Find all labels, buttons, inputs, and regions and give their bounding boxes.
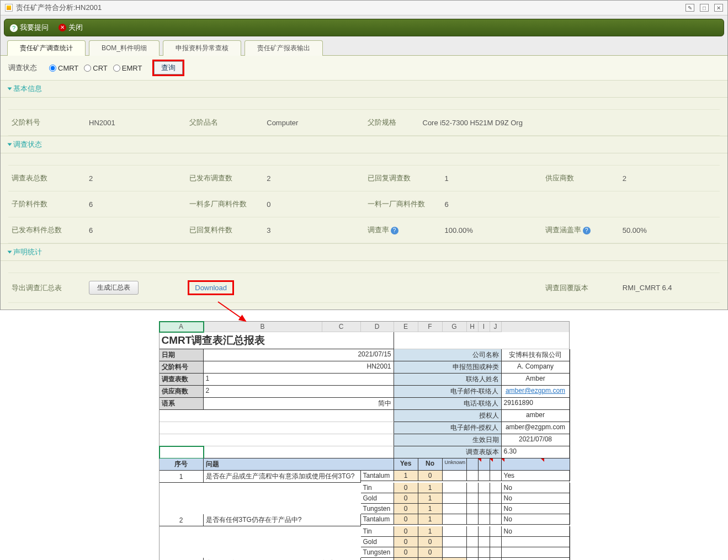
app-window: 责任矿产符合分析:HN2001 ✎ □ ✕ 我要提问 ✕ 关闭 责任矿产调查统计… <box>0 0 728 310</box>
tab-survey-stats[interactable]: 责任矿产调查统计 <box>7 40 86 56</box>
main-toolbar: 我要提问 ✕ 关闭 <box>4 19 724 36</box>
selected-cell[interactable] <box>160 446 204 458</box>
window-maximize-button[interactable]: □ <box>700 4 709 12</box>
survey-type-radio-group: CMRT CRT EMRT <box>49 64 142 72</box>
excel-preview: A B C D E F G H I J CMRT调查表汇总报表 日期 2021/… <box>159 321 570 560</box>
annotation-arrow <box>215 299 259 327</box>
section-survey-status[interactable]: 调查状态 <box>1 136 727 153</box>
parent-part-label: 父阶料号 <box>12 118 89 127</box>
sheet-title: CMRT调查表汇总报表 <box>160 332 394 349</box>
radio-emrt[interactable]: EMRT <box>113 64 142 72</box>
close-icon: ✕ <box>59 24 66 31</box>
ask-question-button[interactable]: 我要提问 <box>10 23 49 33</box>
generate-summary-button[interactable]: 生成汇总表 <box>89 281 139 295</box>
section-basic-info[interactable]: 基本信息 <box>1 80 727 98</box>
tab-bom-parts[interactable]: BOM_料件明细 <box>89 40 160 56</box>
tab-anomaly-check[interactable]: 申报资料异常查核 <box>163 40 241 56</box>
help-icon[interactable]: ? <box>583 227 591 234</box>
query-button[interactable]: 查询 <box>154 61 183 74</box>
parent-part-value: HN2001 <box>89 119 183 127</box>
titlebar: 责任矿产符合分析:HN2001 ✎ □ ✕ <box>1 1 727 15</box>
window-pin-button[interactable]: ✎ <box>686 4 694 12</box>
filter-label: 调查状态 <box>8 63 37 73</box>
export-label: 导出调查汇总表 <box>12 283 89 293</box>
version-value: RMI_CMRT 6.4 <box>623 284 716 292</box>
download-link[interactable]: Download <box>189 282 232 294</box>
parent-name-label: 父阶品名 <box>189 118 267 127</box>
help-icon[interactable]: ? <box>391 227 398 234</box>
window-title: 责任矿产符合分析:HN2001 <box>16 3 102 13</box>
close-button[interactable]: ✕ 关闭 <box>59 23 83 33</box>
help-icon <box>10 24 18 32</box>
contact-email-link[interactable]: amber@ezgpm.com <box>502 386 570 398</box>
version-label: 调查回覆版本 <box>545 283 623 293</box>
parent-spec-label: 父阶规格 <box>368 118 423 127</box>
radio-crt[interactable]: CRT <box>84 64 107 72</box>
parent-name-value: Computer <box>267 119 360 127</box>
radio-cmrt[interactable]: CMRT <box>49 64 78 72</box>
section-declaration-stats[interactable]: 声明统计 <box>1 243 727 261</box>
content-panel: 调查状态 CMRT CRT EMRT 查询 基本信息 父阶料号HN2001 父阶… <box>1 56 727 310</box>
tab-report-output[interactable]: 责任矿产报表输出 <box>245 40 323 56</box>
parent-spec-value: Core i52-7300 H521M D9Z Org <box>423 119 539 127</box>
app-icon <box>5 4 13 12</box>
window-close-button[interactable]: ✕ <box>714 4 723 12</box>
tab-strip: 责任矿产调查统计 BOM_料件明细 申报资料异常查核 责任矿产报表输出 <box>1 40 727 56</box>
svg-line-0 <box>218 302 246 321</box>
